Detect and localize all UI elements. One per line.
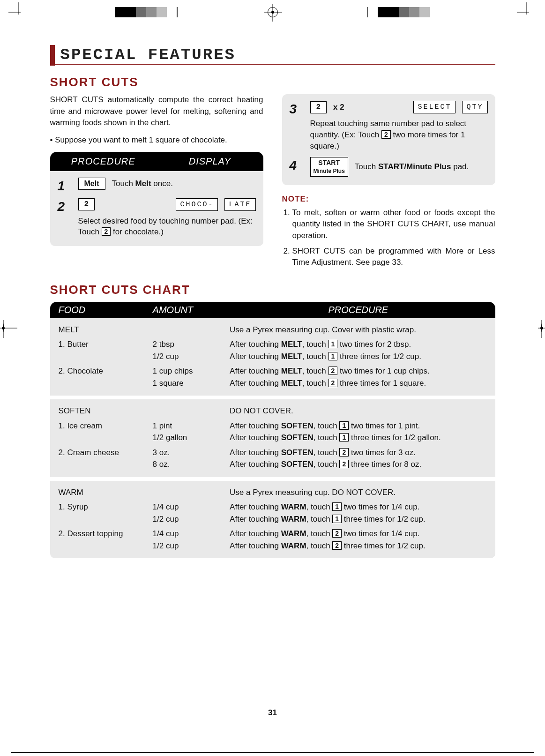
step-caption: Select desired food by touching number p…	[78, 216, 256, 238]
chart-row: 1. Syrup 1/4 cup 1/2 cup After touching …	[59, 501, 487, 525]
chart-hdr-procedure: PROCEDURE	[230, 305, 486, 315]
color-squares-right	[367, 7, 430, 17]
chart-hdr-food: FOOD	[59, 305, 153, 315]
chart-procedure: After touching WARM, touch 2 two times f…	[230, 528, 486, 552]
number-key-2-inline: 2	[102, 227, 111, 236]
multiply-indicator: x 2	[333, 102, 344, 113]
step-number: 1	[58, 178, 71, 193]
chart-amount: 2 tbsp 1/2 cup	[153, 338, 230, 362]
step-number: 3	[290, 101, 303, 116]
intro-example: • Suppose you want to melt 1 square of c…	[50, 135, 263, 146]
crop-mark-icon	[11, 5, 25, 19]
left-column: SHORT CUTS automatically compute the cor…	[50, 94, 263, 246]
chart-procedure: After touching SOFTEN, touch 1 two times…	[230, 420, 486, 444]
intro-paragraph: SHORT CUTS automatically compute the cor…	[50, 94, 263, 129]
key-inline: 2	[332, 541, 342, 550]
chapter-header: SPECIAL FEATURES	[50, 46, 495, 65]
step-text: Touch START/Minute Plus pad.	[355, 161, 469, 172]
steps-container-right: 3 2 x 2 SELECT QTY Repeat touching same …	[282, 94, 495, 185]
number-key-2: 2	[310, 101, 327, 113]
chart-food: 1. Syrup	[59, 501, 153, 525]
color-squares-left	[115, 7, 178, 17]
chart-amount: 1 pint 1/2 gallon	[153, 420, 230, 444]
chart-row: 2. Dessert topping 1/4 cup 1/2 cup After…	[59, 528, 487, 552]
procedure-display-header: PROCEDURE DISPLAY	[50, 152, 263, 171]
chart-row: 1. Butter 2 tbsp 1/2 cup After touching …	[59, 338, 487, 362]
chart-food: 2. Cream cheese	[59, 447, 153, 471]
register-target-icon	[268, 7, 278, 17]
chart-section-melt: MELT Use a Pyrex measuring cup. Cover wi…	[50, 318, 495, 396]
step-caption: Repeat touching same number pad to selec…	[310, 118, 488, 151]
note-label: NOTE:	[282, 194, 495, 205]
display-readout: CHOCO-	[176, 198, 218, 211]
key-inline: 1	[332, 515, 342, 523]
chart-group-name: WARM	[59, 487, 153, 499]
note-item: To melt, soften or warm other food or fo…	[292, 207, 495, 242]
key-inline: 2	[328, 367, 338, 375]
display-readout: LATE	[224, 198, 255, 211]
page-content: SPECIAL FEATURES SHORT CUTS SHORT CUTS a…	[31, 32, 514, 741]
step-number: 4	[290, 157, 303, 172]
step-2: 2 2 CHOCO- LATE Select desired food by t…	[58, 198, 256, 238]
chart-food: 1. Ice cream	[59, 420, 153, 444]
key-inline: 1	[339, 421, 349, 430]
display-readout: QTY	[462, 101, 487, 113]
chart-food: 2. Dessert topping	[59, 528, 153, 552]
chart-row: 1. Ice cream 1 pint 1/2 gallon After tou…	[59, 420, 487, 444]
step-3: 3 2 x 2 SELECT QTY Repeat touching same …	[290, 101, 488, 151]
right-column: 3 2 x 2 SELECT QTY Repeat touching same …	[282, 94, 495, 272]
step-number: 2	[58, 198, 71, 213]
chart-procedure: After touching SOFTEN, touch 2 two times…	[230, 447, 486, 471]
melt-key: Melt	[78, 178, 105, 190]
step-1: 1 Melt Touch Melt once.	[58, 178, 256, 193]
chart-procedure: After touching WARM, touch 1 two times f…	[230, 501, 486, 525]
number-key-2: 2	[78, 198, 95, 210]
top-printer-marks	[11, 4, 534, 21]
chart-group-name: SOFTEN	[59, 405, 153, 417]
key-inline: 1	[339, 433, 349, 442]
chart-hdr-amount: AMOUNT	[153, 305, 230, 315]
display-header-label: DISPLAY	[157, 152, 263, 171]
chapter-rule	[50, 64, 495, 65]
procedure-header-label: PROCEDURE	[50, 152, 157, 171]
chart-procedure: After touching MELT, touch 2 two times f…	[230, 365, 486, 389]
chart-header-row: FOOD AMOUNT PROCEDURE	[50, 302, 495, 318]
note-item: SHORT CUTS can be programmed with More o…	[292, 246, 495, 269]
notes-list: To melt, soften or warm other food or fo…	[282, 207, 495, 269]
register-target-left-icon	[3, 324, 4, 332]
chart-amount: 1/4 cup 1/2 cup	[153, 501, 230, 525]
key-inline: 2	[332, 529, 342, 538]
chart-row: 2. Chocolate 1 cup chips 1 square After …	[59, 365, 487, 389]
key-inline: 2	[339, 460, 349, 468]
key-inline: 1	[332, 502, 342, 511]
chart-row: 2. Cream cheese 3 oz. 8 oz. After touchi…	[59, 447, 487, 471]
chart-amount: 1/4 cup 1/2 cup	[153, 528, 230, 552]
key-inline: 1	[328, 340, 338, 348]
step-4: 4 START Minute Plus Touch START/Minute P…	[290, 157, 488, 177]
register-target-right-icon	[541, 324, 542, 332]
chart-group-tip: Use a Pyrex measuring cup. Cover with pl…	[230, 324, 486, 336]
chart-title: SHORT CUTS CHART	[50, 283, 495, 297]
steps-container-left: 1 Melt Touch Melt once.	[50, 171, 263, 247]
chart-food: 2. Chocolate	[59, 365, 153, 389]
crop-mark-icon	[520, 5, 534, 19]
step-text: Touch Melt once.	[112, 178, 173, 189]
page-number: 31	[50, 708, 495, 718]
chart-body: MELT Use a Pyrex measuring cup. Cover wi…	[50, 318, 495, 559]
chart-section-warm: WARM Use a Pyrex measuring cup. DO NOT C…	[50, 477, 495, 559]
chapter-bar	[50, 45, 55, 66]
chart-procedure: After touching MELT, touch 1 two times f…	[230, 338, 486, 362]
key-inline: 2	[339, 448, 349, 457]
chapter-title: SPECIAL FEATURES	[60, 46, 495, 64]
chart-food: 1. Butter	[59, 338, 153, 362]
section-title: SHORT CUTS	[50, 75, 495, 90]
chart-amount: 3 oz. 8 oz.	[153, 447, 230, 471]
key-inline: 2	[328, 379, 338, 387]
footer-rule	[11, 752, 534, 753]
chart-group-tip: Use a Pyrex measuring cup. DO NOT COVER.	[230, 487, 486, 499]
start-minute-plus-key: START Minute Plus	[310, 157, 348, 177]
chart-group-tip: DO NOT COVER.	[230, 405, 486, 417]
key-inline: 1	[328, 352, 338, 360]
number-key-2-inline: 2	[381, 130, 391, 139]
display-readout: SELECT	[413, 101, 455, 113]
